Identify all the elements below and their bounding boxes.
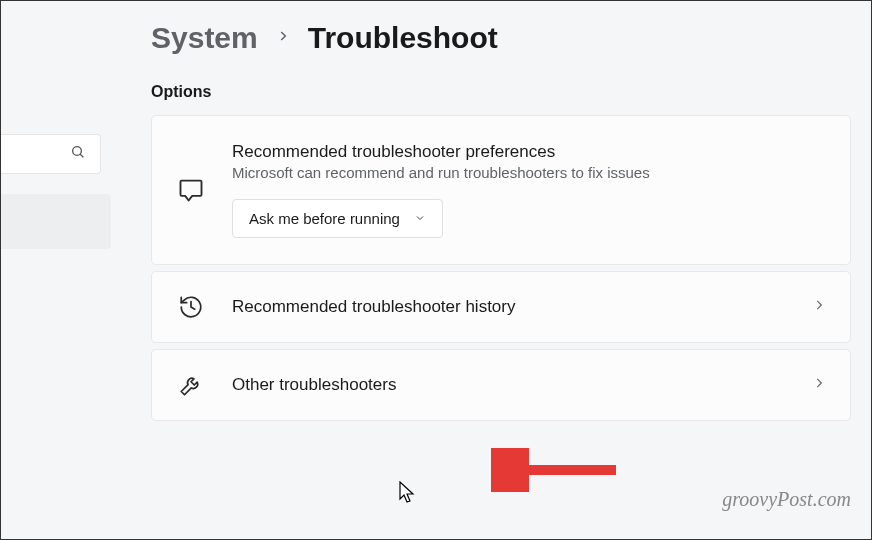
card-preferences-subtitle: Microsoft can recommend and run troubles… [232, 164, 826, 181]
arrow-annotation [491, 448, 621, 492]
breadcrumb: System Troubleshoot [151, 21, 851, 55]
breadcrumb-parent[interactable]: System [151, 21, 258, 55]
svg-point-0 [73, 147, 82, 156]
card-history[interactable]: Recommended troubleshooter history [151, 271, 851, 343]
history-icon [176, 294, 206, 320]
watermark: groovyPost.com [722, 488, 851, 511]
card-other-title: Other troubleshooters [232, 375, 786, 395]
speech-bubble-icon [176, 176, 206, 204]
search-input[interactable] [1, 134, 101, 174]
card-preferences: Recommended troubleshooter preferences M… [151, 115, 851, 265]
chevron-right-icon [812, 376, 826, 394]
chevron-right-icon [276, 29, 290, 47]
chevron-right-icon [812, 298, 826, 316]
cursor-icon [399, 481, 417, 505]
chevron-down-icon [414, 210, 426, 227]
sidebar-item-active[interactable] [1, 194, 111, 249]
card-preferences-title: Recommended troubleshooter preferences [232, 142, 826, 162]
section-label-options: Options [151, 83, 851, 101]
card-history-title: Recommended troubleshooter history [232, 297, 786, 317]
svg-line-1 [80, 154, 83, 157]
card-other-troubleshooters[interactable]: Other troubleshooters [151, 349, 851, 421]
dropdown-value: Ask me before running [249, 210, 400, 227]
search-icon [70, 144, 86, 164]
preferences-dropdown[interactable]: Ask me before running [232, 199, 443, 238]
wrench-icon [176, 372, 206, 398]
breadcrumb-current: Troubleshoot [308, 21, 498, 55]
